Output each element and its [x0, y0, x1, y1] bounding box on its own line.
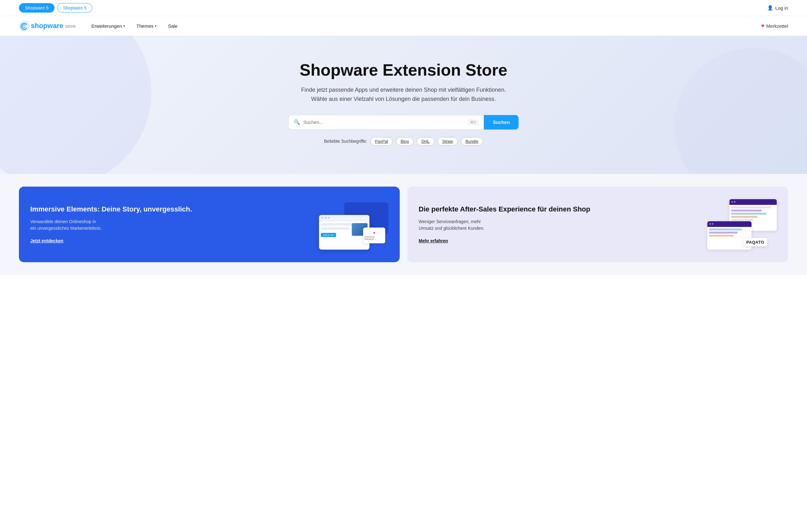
top-bar: Shopware 6 Shopware 5 👤 Log in	[0, 0, 807, 16]
main-nav: shopware store Erweiterungen ▾ Themes ▾ …	[0, 16, 807, 36]
user-icon: 👤	[767, 5, 773, 11]
card-immersive-link[interactable]: Jetzt entdecken	[30, 238, 63, 243]
version-switcher: Shopware 6 Shopware 5	[19, 3, 92, 13]
nav-themes-label: Themes	[136, 23, 153, 29]
merkzettel-label: Merkzettel	[766, 23, 788, 29]
card-aftersales-content: Die perfekte After-Sales Experience für …	[419, 205, 707, 244]
heart-icon: ♥	[761, 23, 765, 29]
hero-subtitle: Finde jetzt passende Apps und erweitere …	[19, 86, 788, 104]
nav-links: Erweiterungen ▾ Themes ▾ Sale	[91, 23, 761, 29]
search-input[interactable]	[303, 119, 468, 125]
tag-blog[interactable]: Blog	[396, 137, 414, 146]
nav-sale[interactable]: Sale	[168, 23, 177, 29]
mockup-floating-card: ♥ Immersive Elements	[363, 228, 385, 243]
card-aftersales-image: PAQATO	[707, 199, 777, 250]
search-shortcut: ⌘K	[468, 119, 478, 126]
featured-cards-section: Immersive Elements: Deine Story, unverge…	[0, 174, 807, 275]
card-immersive-desc: Verwandele deinen Onlineshop inein unver…	[30, 218, 319, 232]
merkzettel-button[interactable]: ♥ Merkzettel	[761, 23, 788, 29]
paqato-logo-badge: PAQATO	[743, 238, 767, 246]
nav-erweiterungen-label: Erweiterungen	[91, 23, 122, 29]
popular-tags-label: Beliebte Suchbegriffe:	[324, 139, 367, 144]
card-immersive-title: Immersive Elements: Deine Story, unverge…	[30, 205, 319, 214]
logo-shopware-text: shopware	[31, 22, 63, 30]
card-aftersales: Die perfekte After-Sales Experience für …	[407, 187, 788, 262]
hero-title: Shopware Extension Store	[19, 61, 788, 79]
tag-paypal[interactable]: PayPal	[370, 137, 393, 146]
card-aftersales-title: Die perfekte After-Sales Experience für …	[419, 205, 707, 214]
themes-chevron-down-icon: ▾	[155, 24, 157, 28]
popular-tags: Beliebte Suchbegriffe: PayPal Blog DHL S…	[19, 137, 788, 146]
version-shopware5-button[interactable]: Shopware 5	[57, 3, 93, 13]
hero-section: Shopware Extension Store Finde jetzt pas…	[0, 36, 807, 174]
logo-link[interactable]: shopware store	[19, 20, 76, 31]
card-aftersales-link[interactable]: Mehr erfahren	[419, 238, 448, 243]
tag-bundle[interactable]: Bundle	[461, 137, 483, 146]
login-button[interactable]: 👤 Log in	[767, 5, 788, 11]
logo-store-text: store	[65, 23, 76, 29]
hero-content: Shopware Extension Store Finde jetzt pas…	[19, 61, 788, 146]
mockup-heart-icon: ♥	[373, 231, 375, 235]
login-label: Log in	[775, 5, 788, 11]
search-icon: 🔍	[294, 119, 300, 125]
nav-erweiterungen[interactable]: Erweiterungen ▾	[91, 23, 125, 29]
tag-stripe[interactable]: Stripe	[437, 137, 458, 146]
search-container: 🔍 ⌘K Suchen	[19, 115, 788, 130]
card-immersive-content: Immersive Elements: Deine Story, unverge…	[30, 205, 319, 244]
shopware-logo-icon	[19, 20, 30, 31]
tag-dhl[interactable]: DHL	[417, 137, 434, 146]
card-immersive: Immersive Elements: Deine Story, unverge…	[19, 187, 400, 262]
mockup-front: Add to cart	[319, 215, 370, 250]
card-immersive-image: Add to cart ♥ Immersive Elements	[319, 199, 388, 250]
search-box: 🔍 ⌘K	[288, 115, 484, 130]
version-shopware6-button[interactable]: Shopware 6	[19, 3, 55, 13]
nav-right: ♥ Merkzettel	[761, 23, 788, 29]
erweiterungen-chevron-down-icon: ▾	[123, 24, 125, 28]
nav-themes[interactable]: Themes ▾	[136, 23, 157, 29]
nav-sale-label: Sale	[168, 23, 177, 29]
card-aftersales-desc: Weniger Serviceanfragen, mehrUmsatz und …	[419, 218, 707, 232]
search-button[interactable]: Suchen	[484, 115, 519, 130]
